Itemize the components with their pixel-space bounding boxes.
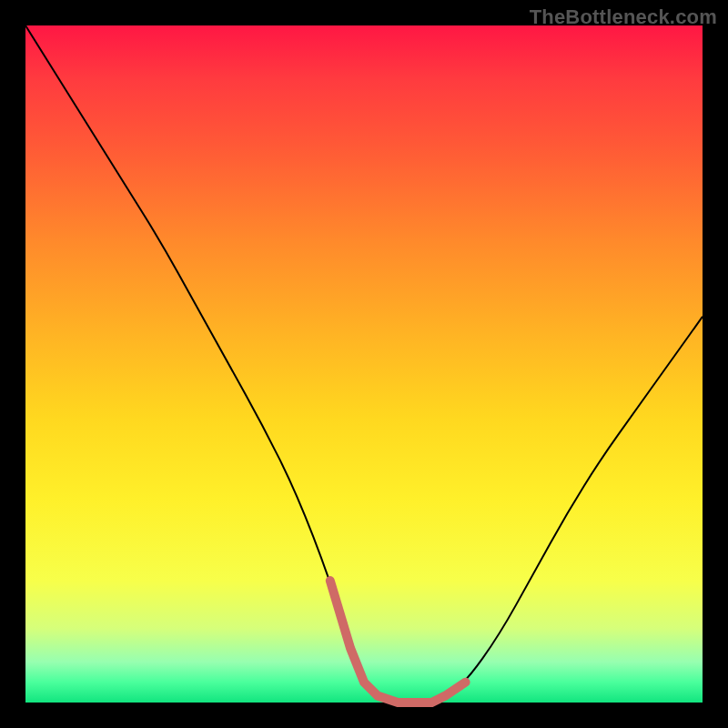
plot-area [25, 25, 703, 703]
chart-frame: TheBottleneck.com [0, 0, 728, 728]
highlight-segment [330, 581, 466, 703]
bottleneck-curve [25, 25, 703, 703]
curve-layer [25, 25, 703, 703]
watermark-text: TheBottleneck.com [530, 5, 717, 29]
